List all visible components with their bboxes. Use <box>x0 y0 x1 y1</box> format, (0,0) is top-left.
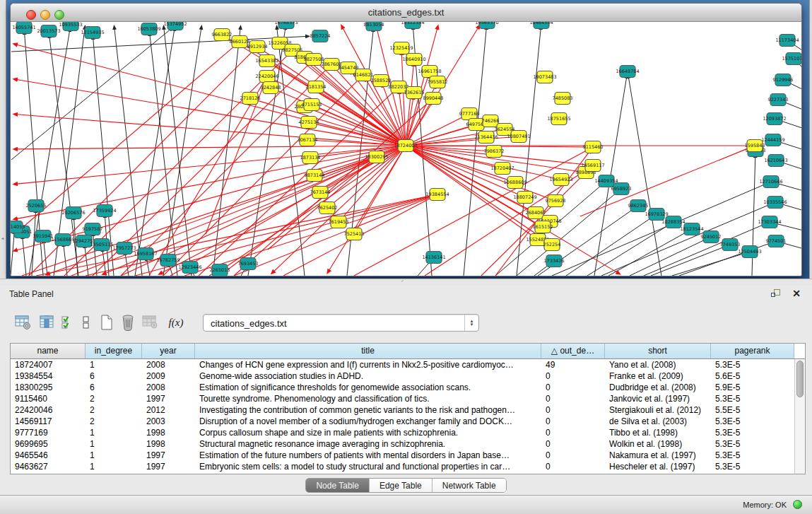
table-cell[interactable]: 1997 <box>142 461 195 472</box>
table-cell[interactable]: 0 <box>541 393 605 404</box>
table-cell[interactable]: 19384554 <box>11 370 86 382</box>
table-cell[interactable]: 0 <box>541 427 605 438</box>
table-cell[interactable]: 1998 <box>142 438 195 450</box>
table-cell[interactable]: 9777169 <box>11 427 86 438</box>
function-builder-icon[interactable]: f(x) <box>165 313 187 332</box>
memory-ok-indicator[interactable] <box>793 500 802 509</box>
control-panel-edge[interactable]: ◂ <box>0 0 6 279</box>
table-row[interactable]: 1830029562008Estimation of significance … <box>11 382 805 393</box>
table-cell[interactable]: 9699695 <box>11 438 86 450</box>
table-cell[interactable]: 0 <box>541 404 605 416</box>
graph-edge[interactable] <box>784 102 801 111</box>
table-cell[interactable]: 5.3E-5 <box>711 461 794 472</box>
column-header-year[interactable]: year <box>142 344 195 358</box>
graph-edge[interactable] <box>163 29 201 276</box>
table-cell[interactable]: Investigating the contribution of common… <box>195 404 541 416</box>
table-select-dropdown[interactable]: citations_edges.txt ▲▼ <box>203 314 479 332</box>
graph-edge[interactable] <box>11 233 14 276</box>
table-cell[interactable]: Changes of HCN gene expression and I(f) … <box>195 359 541 370</box>
table-cell[interactable]: 22420046 <box>11 404 86 416</box>
table-cell[interactable]: Genome-wide association studies in ADHD. <box>195 370 541 382</box>
citation-graph[interactable]: 1405574120013573109355331215493516053809… <box>11 22 801 276</box>
graph-edge[interactable] <box>601 205 770 276</box>
column-header-out_de[interactable]: △ out_de… <box>541 344 605 358</box>
table-cell[interactable]: 0 <box>541 461 605 472</box>
table-cell[interactable]: 0 <box>541 370 605 382</box>
table-row[interactable]: 1872400712008Changes of HCN gene express… <box>11 359 805 370</box>
table-mode-icon[interactable] <box>14 313 33 332</box>
table-row[interactable]: 969969511998Structural magnetic resonanc… <box>11 438 805 450</box>
table-cell[interactable]: Disruption of a novel member of a sodium… <box>195 416 541 427</box>
graph-edge[interactable] <box>628 78 661 276</box>
table-cell[interactable]: 5.5E-5 <box>711 404 794 416</box>
table-row[interactable]: 2242004622012Investigating the contribut… <box>11 404 805 416</box>
tab-network-table[interactable]: Network Table <box>433 479 506 492</box>
table-cell[interactable]: 6 <box>86 370 142 382</box>
table-cell[interactable]: 5.3E-5 <box>711 416 794 427</box>
show-columns-icon[interactable] <box>38 313 57 332</box>
table-cell[interactable]: 14569117 <box>11 416 86 427</box>
table-cell[interactable]: 2008 <box>142 359 195 370</box>
table-cell[interactable]: 2009 <box>142 370 195 382</box>
table-cell[interactable]: 2 <box>86 416 142 427</box>
table-row[interactable]: 977716911998Corpus callosum shape and si… <box>11 427 805 438</box>
table-row[interactable]: 946362711997Embryonic stem cells: a mode… <box>11 461 805 472</box>
panel-collapse-arrow-icon[interactable]: ◂ <box>1 236 5 241</box>
table-cell[interactable]: 1997 <box>142 450 195 461</box>
table-cell[interactable]: Franke et al. (2009) <box>605 370 711 382</box>
table-cell[interactable]: 5.3E-5 <box>711 427 794 438</box>
float-panel-icon[interactable] <box>771 288 782 300</box>
table-cell[interactable]: Estimation of significance thresholds fo… <box>195 382 541 393</box>
close-panel-icon[interactable]: ✕ <box>792 288 801 299</box>
table-cell[interactable]: 5.3E-5 <box>711 450 794 461</box>
table-cell[interactable]: Embryonic stem cells: a model to study s… <box>195 461 541 472</box>
table-cell[interactable]: 5.3E-5 <box>711 438 794 450</box>
panel-splitter[interactable]: ⸍ <box>0 279 812 286</box>
table-cell[interactable]: 1998 <box>142 427 195 438</box>
table-cell[interactable]: 18300295 <box>11 382 86 393</box>
table-cell[interactable]: 5.6E-5 <box>711 370 794 382</box>
select-columns-icon[interactable] <box>61 313 75 332</box>
graph-edge[interactable] <box>114 29 142 276</box>
graph-edge[interactable] <box>651 247 724 276</box>
graph-edge[interactable] <box>782 163 801 170</box>
table-cell[interactable]: 9463627 <box>11 461 86 472</box>
graph-edge[interactable] <box>534 264 549 276</box>
graph-edge[interactable] <box>135 196 431 276</box>
right-panel-edge[interactable] <box>809 0 812 279</box>
table-cell[interactable]: 1997 <box>142 393 195 404</box>
table-cell[interactable]: 2 <box>86 393 142 404</box>
import-table-icon[interactable] <box>141 313 160 332</box>
table-cell[interactable]: Estimation of the future numbers of pati… <box>195 450 541 461</box>
graph-edge[interactable] <box>17 146 406 149</box>
scrollbar-thumb[interactable] <box>796 361 804 397</box>
table-cell[interactable]: 2 <box>86 404 142 416</box>
table-cell[interactable]: Corpus callosum shape and size in male p… <box>195 427 541 438</box>
graph-edge[interactable] <box>234 103 428 276</box>
table-cell[interactable]: de Silva et al. (2003) <box>605 416 711 427</box>
table-cell[interactable]: 9115460 <box>11 393 86 404</box>
table-cell[interactable]: 2008 <box>142 382 195 393</box>
table-cell[interactable]: 0 <box>541 416 605 427</box>
table-cell[interactable]: 1 <box>86 461 142 472</box>
table-cell[interactable]: 2012 <box>142 404 195 416</box>
column-header-name[interactable]: name <box>11 344 86 358</box>
graph-edge[interactable] <box>85 247 88 276</box>
graph-edge[interactable] <box>199 91 394 276</box>
table-cell[interactable]: 1 <box>86 427 142 438</box>
table-cell[interactable]: 0 <box>541 438 605 450</box>
column-header-title[interactable]: title <box>195 344 541 358</box>
table-cell[interactable]: 6 <box>86 382 142 393</box>
column-header-short[interactable]: short <box>605 344 711 358</box>
graph-edge[interactable] <box>11 30 170 160</box>
graph-edge[interactable] <box>779 142 801 151</box>
graph-edge[interactable] <box>672 254 743 276</box>
tab-node-table[interactable]: Node Table <box>306 479 370 492</box>
table-cell[interactable]: Tourette syndrome. Phenomenology and cla… <box>195 393 541 404</box>
window-titlebar[interactable]: citations_edges.txt <box>11 4 801 22</box>
table-cell[interactable]: 1 <box>86 438 142 450</box>
table-cell[interactable]: Jankovic et al. (1997) <box>605 393 711 404</box>
table-cell[interactable]: Wolkin et al. (1998) <box>605 438 711 450</box>
graph-edge[interactable] <box>32 212 35 276</box>
table-cell[interactable]: 18724007 <box>11 359 86 370</box>
